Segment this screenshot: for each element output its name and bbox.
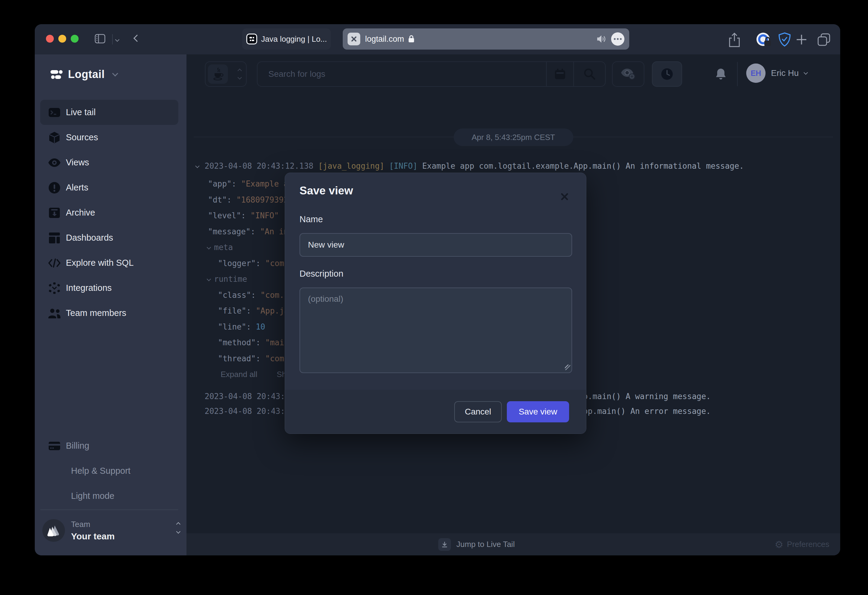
new-tab-plus-icon[interactable] (796, 34, 807, 46)
audio-mute-icon[interactable] (596, 34, 607, 43)
notifications-bell-icon[interactable] (715, 68, 727, 81)
sidebar-item-team-members[interactable]: Team members (40, 300, 178, 326)
brand[interactable]: Logtail (50, 68, 117, 81)
app-sidebar: Logtail Live tail So (35, 55, 186, 555)
zoom-window-button[interactable] (71, 35, 78, 43)
collapse-chevron-icon (207, 277, 211, 281)
sidebar-item-archive[interactable]: Archive (40, 200, 178, 225)
logtail-logo-icon (50, 68, 63, 81)
sidebar-menu-chevron-icon[interactable] (116, 37, 119, 42)
calendar-icon (554, 68, 566, 80)
log-search (257, 61, 606, 87)
tab-title: Java logging | Lo... (261, 34, 327, 44)
preferences-button[interactable]: ⚙ Preferences (775, 533, 829, 555)
tab-favicon-logtail-icon (246, 34, 257, 44)
sidebar-item-label: Integrations (66, 283, 112, 293)
terminal-icon (48, 107, 61, 118)
save-view-button[interactable]: Save view (507, 401, 569, 422)
gear-icon: ⚙ (775, 539, 783, 550)
url-text: logtail.com (365, 34, 404, 44)
minimize-window-button[interactable] (58, 35, 66, 43)
sidebar-item-views[interactable]: Views (40, 150, 178, 175)
address-bar[interactable]: logtail.com (343, 28, 629, 50)
user-avatar: EH (746, 64, 766, 83)
jump-to-live-tail-button[interactable]: Jump to Live Tail (438, 533, 515, 555)
sidebar-item-light-mode[interactable]: Light mode (40, 484, 178, 509)
team-switcher-chevrons-icon (177, 523, 180, 533)
view-name-input[interactable] (300, 233, 572, 257)
browser-tab[interactable]: Java logging | Lo... (242, 28, 331, 50)
users-icon (48, 308, 61, 319)
description-label: Description (300, 269, 343, 279)
brand-name: Logtail (68, 68, 105, 81)
time-travel-button[interactable] (652, 61, 682, 87)
save-view-toolbar-button[interactable] (612, 61, 644, 87)
preferences-label: Preferences (787, 540, 829, 549)
search-submit-button[interactable] (574, 62, 605, 86)
clock-icon (660, 67, 674, 81)
sidebar-item-label: Billing (66, 441, 89, 451)
privacy-shield-icon[interactable] (778, 32, 791, 47)
source-selector-chevrons-icon (238, 69, 241, 79)
sidebar-item-label: Alerts (66, 183, 88, 192)
code-icon (48, 258, 61, 268)
sidebar-item-label: Explore with SQL (66, 258, 134, 268)
jump-to-live-tail-label: Jump to Live Tail (456, 540, 515, 549)
more-options-icon[interactable] (611, 33, 624, 46)
sidebar-item-dashboards[interactable]: Dashboards (40, 225, 178, 250)
close-icon[interactable] (560, 192, 570, 201)
browser-titlebar: Java logging | Lo... logtail.com (35, 24, 840, 55)
browser-window: Java logging | Lo... logtail.com (35, 24, 840, 555)
date-divider-pill[interactable]: Apr 8, 5:43:25pm CEST (453, 129, 573, 146)
share-icon[interactable] (728, 32, 741, 48)
alert-circle-icon (48, 182, 61, 194)
log-timestamp: 2023-04-08 20:43:12.138 (205, 161, 313, 170)
log-source-tag: [java_logging] (318, 161, 384, 170)
dialog-footer: Cancel Save view (285, 390, 586, 434)
eye-icon (48, 158, 61, 167)
log-message: Example app com.logtail.example.App.main… (422, 161, 744, 170)
sidebar-item-integrations[interactable]: Integrations (40, 275, 178, 300)
sidebar-divider (40, 509, 178, 510)
sidebar-item-label: Sources (66, 132, 98, 142)
sidebar-toggle-icon[interactable] (94, 34, 105, 44)
search-input[interactable] (268, 69, 546, 79)
cube-icon (48, 132, 61, 144)
onepassword-extension-icon[interactable] (755, 31, 772, 48)
back-button[interactable] (134, 36, 140, 42)
view-description-textarea[interactable] (300, 287, 572, 373)
sidebar-item-live-tail[interactable]: Live tail (40, 100, 178, 125)
tab-overview-icon[interactable] (817, 33, 831, 47)
toolbar-divider (737, 62, 738, 86)
team-switcher[interactable]: Team Your team (42, 519, 115, 542)
date-range-button[interactable] (547, 62, 573, 86)
sidebar-item-sources[interactable]: Sources (40, 125, 178, 150)
integrations-icon (48, 282, 61, 294)
expand-all-button[interactable]: Expand all (221, 370, 257, 379)
log-level-tag: [INFO] (389, 161, 417, 170)
team-avatar (42, 519, 65, 542)
sidebar-item-explore-sql[interactable]: Explore with SQL (40, 250, 178, 275)
name-label: Name (300, 215, 323, 224)
source-selector[interactable] (205, 61, 247, 87)
archive-icon (48, 207, 61, 219)
collapse-chevron-icon (207, 245, 211, 249)
sidebar-item-help-support[interactable]: Help & Support (40, 458, 178, 484)
dialog-title: Save view (300, 184, 353, 197)
sidebar-item-label: Light mode (71, 491, 115, 501)
status-bar: Jump to Live Tail ⚙ Preferences (186, 533, 840, 555)
log-entry[interactable]: 2023-04-08 20:43:12.138 [java_logging] [… (205, 159, 744, 173)
return-key-icon (438, 538, 451, 551)
close-window-button[interactable] (46, 35, 54, 43)
brand-chevron-icon[interactable] (112, 70, 118, 77)
sidebar-item-label: Views (66, 157, 89, 167)
extension-x-icon[interactable] (348, 33, 360, 45)
lock-icon (408, 34, 415, 43)
user-menu[interactable]: EH Eric Hu (746, 64, 807, 83)
sidebar-item-billing[interactable]: Billing (40, 433, 178, 458)
toolbar-divider (112, 34, 113, 44)
cancel-button[interactable]: Cancel (454, 401, 502, 422)
sidebar-item-alerts[interactable]: Alerts (40, 175, 178, 200)
dashboard-icon (48, 232, 61, 244)
expand-log-chevron-icon[interactable] (196, 163, 199, 169)
